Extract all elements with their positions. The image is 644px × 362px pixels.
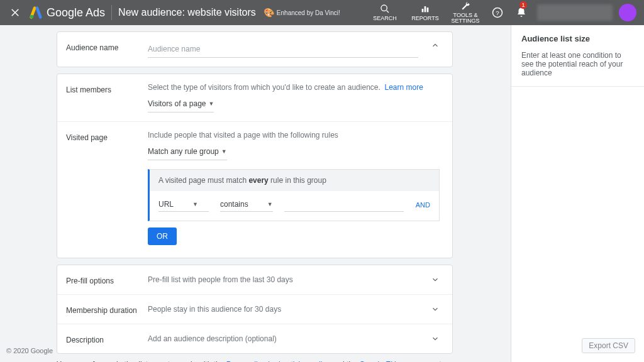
extension-icon: 🎨 (264, 9, 274, 16)
audience-name-card: Audience name (57, 31, 453, 67)
and-button[interactable]: AND (416, 201, 430, 209)
svg-rect-3 (425, 6, 426, 12)
svg-point-0 (30, 15, 34, 18)
visitor-type-dropdown[interactable]: Visitors of a page ▼ (148, 96, 214, 112)
tools-button[interactable]: TOOLS & SETTINGS (447, 1, 484, 24)
chevron-down-icon (431, 305, 440, 314)
rule-field-value: URL (158, 200, 174, 209)
description-label: Description (66, 333, 148, 344)
prefill-row[interactable]: Pre-fill options Pre-fill list with peop… (57, 265, 452, 295)
search-icon (380, 4, 390, 14)
reports-icon (420, 4, 430, 14)
list-members-label: List members (66, 83, 148, 94)
search-label: SEARCH (373, 15, 397, 21)
wrench-icon (460, 1, 470, 11)
rule-head-suffix: rule in this group (269, 176, 326, 185)
rule-head-emph: every (248, 176, 268, 185)
audience-name-input[interactable] (148, 41, 418, 58)
svg-rect-4 (427, 8, 429, 12)
config-card: List members Select the type of visitors… (57, 74, 453, 258)
rule-group-header: A visited page must match every rule in … (150, 170, 439, 191)
visited-page-label: Visited page (66, 131, 148, 142)
or-button[interactable]: OR (148, 228, 177, 245)
rule-operator-dropdown[interactable]: contains ▼ (220, 197, 273, 212)
page-title: New audience: website visitors (118, 7, 256, 18)
rule-group: A visited page must match every rule in … (148, 169, 440, 221)
caret-down-icon: ▼ (209, 101, 214, 107)
visited-page-hint: Include people that visited a page with … (148, 131, 338, 140)
learn-more-link[interactable]: Learn more (385, 83, 423, 92)
close-icon (9, 7, 21, 18)
membership-summary: People stay in this audience for 30 days (148, 305, 431, 314)
tools-label: TOOLS & SETTINGS (447, 13, 484, 24)
audience-size-panel: Audience list size Enter at least one co… (511, 25, 644, 362)
description-summary: Add an audience description (optional) (148, 334, 431, 343)
svg-point-1 (381, 5, 387, 11)
extension-label: Enhanced by Da Vinci! (277, 9, 340, 16)
copyright: © 2020 Google (6, 347, 53, 354)
notifications-button[interactable]: 1 (511, 3, 532, 23)
audience-size-title: Audience list size (521, 34, 634, 43)
membership-label: Membership duration (66, 304, 148, 315)
extension-tag: 🎨 Enhanced by Da Vinci! (264, 9, 340, 16)
list-members-hint: Select the type of visitors from which y… (148, 83, 380, 92)
collapsed-settings-card: Pre-fill options Pre-fill list with peop… (57, 265, 453, 354)
help-button[interactable]: ? (487, 3, 508, 23)
topbar: Google Ads New audience: website visitor… (0, 0, 644, 25)
match-group-value: Match any rule group (148, 147, 219, 156)
prefill-summary: Pre-fill list with people from the last … (148, 275, 431, 284)
audience-name-label: Audience name (66, 41, 148, 52)
notification-badge: 1 (519, 1, 527, 9)
rule-value-input[interactable] (284, 197, 404, 212)
rule-head-prefix: A visited page must match (158, 176, 248, 185)
chevron-down-icon (431, 275, 440, 284)
membership-row[interactable]: Membership duration People stay in this … (57, 295, 452, 324)
divider (111, 5, 112, 20)
caret-down-icon: ▼ (192, 201, 198, 207)
reports-button[interactable]: REPORTS (406, 4, 444, 21)
google-ads-logo-icon (29, 6, 43, 19)
account-selector[interactable] (537, 4, 613, 21)
export-csv-button[interactable]: Export CSV (582, 338, 635, 353)
caret-down-icon: ▼ (221, 148, 227, 155)
chevron-up-icon (431, 41, 440, 50)
caret-down-icon: ▼ (267, 201, 273, 207)
svg-rect-2 (422, 9, 424, 12)
rule-field-dropdown[interactable]: URL ▼ (158, 197, 209, 212)
description-row[interactable]: Description Add an audience description … (57, 324, 452, 353)
reports-label: REPORTS (411, 15, 438, 21)
audience-size-body: Enter at least one condition to see the … (521, 51, 634, 77)
help-icon: ? (492, 7, 503, 18)
collapse-toggle[interactable] (431, 41, 440, 52)
prefill-label: Pre-fill options (66, 274, 148, 285)
search-button[interactable]: SEARCH (366, 4, 404, 21)
profile-avatar[interactable] (619, 4, 636, 21)
rule-operator-value: contains (220, 200, 248, 209)
match-group-dropdown[interactable]: Match any rule group ▼ (148, 143, 227, 160)
close-button[interactable] (5, 3, 25, 23)
chevron-down-icon (431, 334, 440, 343)
divider (511, 86, 644, 87)
svg-text:?: ? (496, 9, 499, 16)
bell-icon (516, 7, 527, 18)
top-icon-group: SEARCH REPORTS TOOLS & SETTINGS ? 1 (366, 1, 639, 24)
brand-label: Google Ads (47, 6, 105, 19)
visitor-type-value: Visitors of a page (148, 99, 206, 108)
